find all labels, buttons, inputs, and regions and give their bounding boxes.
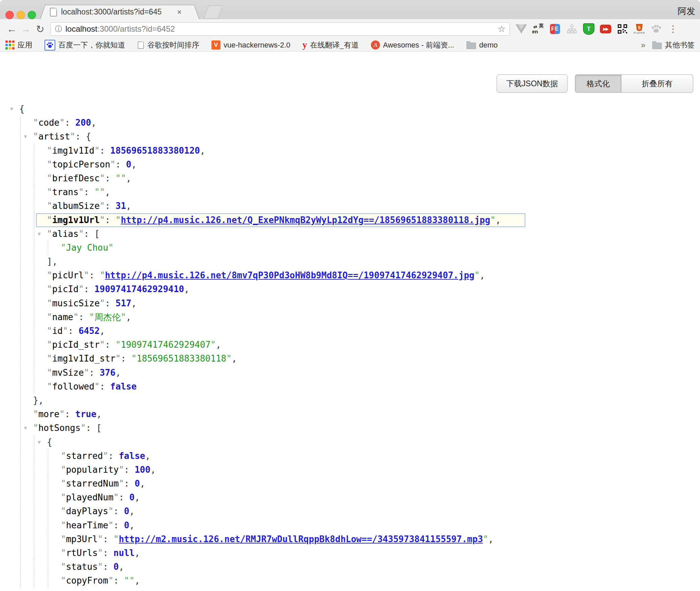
json-key: playedNum — [66, 492, 114, 502]
apps-grid-icon — [5, 40, 14, 50]
bookmark-label: vue-hackernews-2.0 — [224, 41, 290, 50]
bookmark-baidu[interactable]: 百度一下，你就知道 — [45, 40, 125, 51]
json-key: artist — [38, 131, 70, 142]
indent-guide — [34, 546, 34, 560]
collapse-toggle-icon[interactable]: ▼ — [38, 435, 41, 449]
bookmark-apps[interactable]: 应用 — [5, 40, 32, 50]
bookmark-star-icon[interactable]: ☆ — [498, 24, 505, 34]
json-value: 周杰伦 — [94, 312, 121, 322]
json-pn: , — [200, 146, 205, 156]
json-line: "dayPlays": 0, — [0, 504, 700, 518]
indent-guide — [34, 519, 34, 532]
vue-devtools-icon[interactable] — [515, 23, 527, 35]
sitemap-extension-icon[interactable] — [566, 23, 578, 35]
json-kq: " — [119, 478, 124, 489]
json-line: "copyFrom": "", — [0, 574, 700, 588]
indent-guide — [20, 310, 21, 324]
json-pn: , — [480, 270, 485, 280]
json-kq: " — [61, 492, 66, 502]
address-bar[interactable]: ⓘ localhost:3000/artists?id=6452 ☆ — [51, 22, 510, 36]
url-text[interactable]: localhost:3000/artists?id=6452 — [65, 24, 175, 34]
bookmarks-overflow-icon[interactable]: » — [641, 40, 645, 50]
json-sq: " — [116, 215, 121, 225]
zoom-window-button[interactable] — [28, 11, 36, 19]
new-tab-button[interactable] — [204, 5, 223, 19]
json-line: "mp3Url": "http://m2.music.126.net/RMJR7… — [0, 532, 700, 546]
json-value: 18569651883380120 — [110, 146, 200, 156]
indent-guide — [20, 435, 21, 449]
json-key: picId — [52, 284, 79, 294]
indent-guide — [34, 449, 34, 463]
browser-tab[interactable]: localhost:3000/artists?id=645 × — [40, 5, 200, 19]
qr-code-extension-icon[interactable] — [616, 23, 629, 35]
minimize-window-button[interactable] — [17, 11, 25, 19]
fe-extension-icon[interactable]: FE — [549, 23, 561, 35]
json-key: trans — [52, 187, 79, 197]
json-pn: : — [68, 326, 79, 336]
indent-guide — [48, 574, 48, 588]
json-pn: : — [65, 409, 75, 419]
json-pn: , — [145, 451, 150, 461]
json-kq: " — [47, 353, 52, 364]
json-bracket: { — [86, 131, 91, 142]
bookmark-label: 谷歌按时间排序 — [147, 40, 199, 50]
bookmark-youdao[interactable]: y 在线翻译_有道 — [302, 40, 359, 50]
collapse-toggle-icon[interactable]: ▼ — [10, 102, 13, 116]
collapse-toggle-icon[interactable]: ▼ — [24, 421, 27, 435]
paw-extension-icon[interactable] — [650, 23, 662, 35]
json-kq: " — [63, 326, 68, 336]
browser-window: localhost:3000/artists?id=645 × 阿发 ← → ↻… — [0, 0, 700, 591]
back-icon[interactable]: ← — [5, 23, 19, 35]
close-window-button[interactable] — [5, 11, 14, 19]
json-pn: : — [89, 270, 99, 280]
indent-guide — [20, 241, 21, 255]
json-line: "topicPerson": 0, — [0, 158, 700, 172]
tampermonkey-extension-icon[interactable]: T — [583, 23, 595, 35]
video-player-extension-icon[interactable]: ▶▶ — [600, 23, 612, 35]
json-key: albumSize — [52, 201, 100, 211]
json-pn: , — [116, 368, 121, 378]
json-value: 0 — [124, 520, 129, 530]
indent-guide — [34, 560, 34, 574]
json-pn: , — [184, 284, 189, 294]
reload-icon[interactable]: ↻ — [33, 23, 47, 35]
json-link[interactable]: http://m2.music.126.net/RMJR7wDullRqppBk… — [119, 534, 483, 544]
translate-extension-icon[interactable]: ⇄英en — [532, 23, 544, 35]
collapse-toggle-icon[interactable]: ▼ — [24, 130, 27, 144]
bookmark-vue-hackernews[interactable]: V vue-hackernews-2.0 — [211, 40, 290, 50]
json-link[interactable]: http://p4.music.126.net/Q_ExePNkmqB2yWyL… — [121, 215, 490, 225]
indent-guide — [34, 574, 34, 588]
html5-player-extension-icon[interactable]: 5PLAYER — [633, 23, 645, 35]
format-button[interactable]: 格式化 — [575, 74, 621, 93]
json-kq: " — [94, 381, 100, 392]
bookmark-google-sorted[interactable]: 谷歌按时间排序 — [137, 40, 199, 50]
other-bookmarks-folder[interactable]: 其他书签 — [652, 40, 695, 50]
browser-menu-icon[interactable]: ⋮ — [667, 23, 679, 35]
json-kq: " — [47, 215, 52, 225]
bookmark-awesomes[interactable]: A Awesomes - 前端资... — [371, 40, 454, 50]
json-kq: " — [100, 173, 105, 183]
json-link[interactable]: http://p4.music.126.net/8mv7qP30Pd3oHW8b… — [105, 270, 474, 280]
indent-guide — [20, 255, 21, 269]
forward-icon: → — [19, 23, 33, 35]
indent-guide — [34, 172, 34, 185]
download-json-button[interactable]: 下载JSON数据 — [497, 74, 567, 93]
collapse-toggle-icon[interactable]: ▼ — [38, 227, 41, 241]
profile-name[interactable]: 阿发 — [678, 5, 695, 17]
json-kq: " — [47, 187, 52, 197]
json-kq: " — [79, 187, 84, 197]
page-info-icon[interactable]: ⓘ — [55, 24, 62, 34]
indent-guide — [20, 532, 21, 546]
json-pn: , — [129, 506, 135, 516]
indent-guide — [34, 199, 34, 213]
indent-guide — [20, 144, 21, 158]
indent-guide — [34, 269, 34, 282]
tab-close-icon[interactable]: × — [177, 8, 182, 16]
collapse-all-button[interactable]: 折叠所有 — [621, 74, 693, 93]
json-value: 376 — [100, 368, 116, 378]
indent-guide — [20, 158, 21, 172]
indent-guide — [34, 463, 34, 477]
json-kq: " — [33, 423, 38, 433]
bookmark-demo-folder[interactable]: demo — [466, 41, 498, 50]
json-value: 517 — [116, 298, 132, 308]
